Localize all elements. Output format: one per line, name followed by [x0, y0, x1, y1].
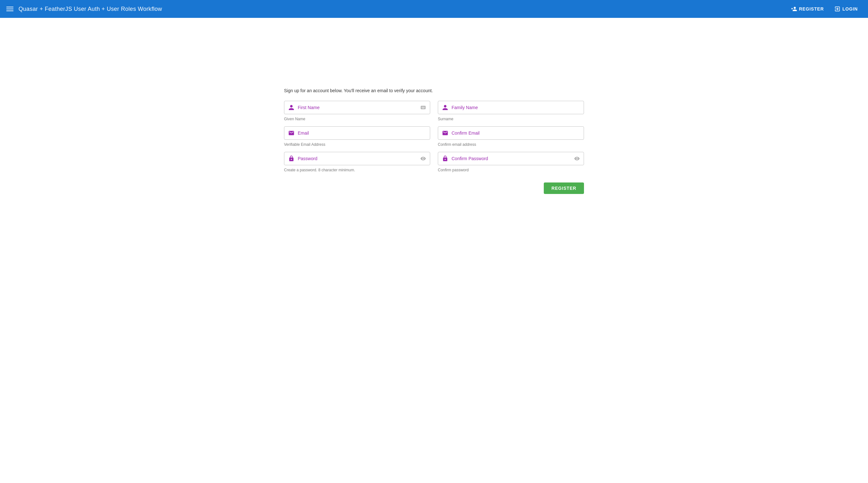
lock-icon — [288, 155, 294, 162]
confirm-email-input[interactable] — [452, 130, 580, 136]
form-subtitle: Sign up for an account below. You'll rec… — [284, 88, 584, 93]
email-hint: Verifiable Email Address — [284, 142, 430, 152]
confirm-password-hint: Confirm password — [438, 167, 584, 178]
email-input-wrapper — [284, 126, 430, 140]
person-add-icon — [791, 6, 797, 12]
password-hint: Create a password. 8 character minimum. — [284, 167, 430, 178]
login-icon — [834, 6, 841, 12]
confirm-password-field: Confirm password — [438, 152, 584, 178]
register-form-container: Sign up for an account below. You'll rec… — [278, 88, 590, 194]
password-field: Create a password. 8 character minimum. — [284, 152, 430, 178]
lock-confirm-icon — [442, 155, 448, 162]
register-submit-button[interactable]: REGISTER — [544, 183, 584, 194]
visibility-icon[interactable] — [420, 156, 426, 161]
first-name-input[interactable] — [298, 105, 418, 110]
register-header-button[interactable]: REGISTER — [787, 3, 828, 15]
first-name-input-wrapper — [284, 101, 430, 114]
menu-icon[interactable] — [6, 7, 13, 11]
person-icon — [288, 104, 294, 111]
family-name-input[interactable] — [452, 105, 580, 110]
keyboard-icon — [420, 105, 426, 110]
family-name-field: Surname — [438, 101, 584, 126]
visibility-confirm-icon[interactable] — [574, 156, 580, 161]
app-header: Quasar + FeatherJS User Auth + User Role… — [0, 0, 868, 18]
main-content: Sign up for an account below. You'll rec… — [0, 18, 868, 483]
confirm-email-hint: Confirm email address — [438, 142, 584, 152]
confirm-email-field: Confirm email address — [438, 126, 584, 152]
confirm-email-input-wrapper — [438, 126, 584, 140]
first-name-hint: Given Name — [284, 116, 430, 126]
email-field: Verifiable Email Address — [284, 126, 430, 152]
family-name-input-wrapper — [438, 101, 584, 114]
email-input[interactable] — [298, 130, 426, 136]
first-name-field: Given Name — [284, 101, 430, 126]
confirm-password-input-wrapper — [438, 152, 584, 165]
confirm-password-input[interactable] — [452, 156, 571, 161]
app-title: Quasar + FeatherJS User Auth + User Role… — [19, 6, 787, 12]
login-header-button[interactable]: LOGIN — [830, 3, 862, 15]
email-confirm-icon — [442, 130, 448, 136]
password-input[interactable] — [298, 156, 418, 161]
register-header-label: REGISTER — [799, 6, 824, 11]
form-footer: REGISTER — [284, 180, 584, 194]
person-icon-family — [442, 104, 448, 111]
header-actions: REGISTER LOGIN — [787, 3, 862, 15]
login-header-label: LOGIN — [842, 6, 858, 11]
form-grid: Given Name Surname — [284, 101, 584, 194]
family-name-hint: Surname — [438, 116, 584, 126]
password-input-wrapper — [284, 152, 430, 165]
email-icon — [288, 130, 294, 136]
